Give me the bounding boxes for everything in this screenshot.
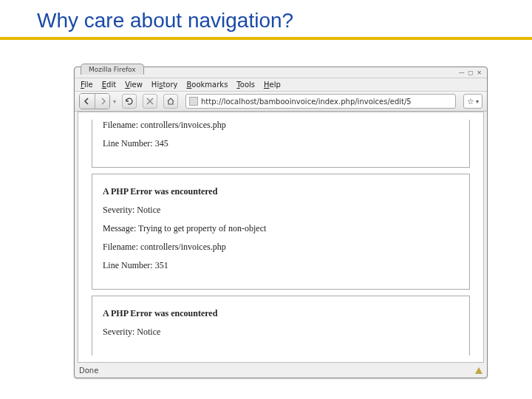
menu-help[interactable]: Help [264,81,281,89]
toolbar: ▾ http://localhost/bambooinvoice/index.p… [75,91,487,112]
stop-icon [146,98,154,105]
page-favicon-icon [189,97,198,106]
arrow-right-icon [99,98,106,105]
home-button[interactable] [163,94,178,109]
menu-tools[interactable]: Tools [236,81,255,89]
url-text: http://localhost/bambooinvoice/index.php… [201,98,412,106]
menu-bookmarks[interactable]: Bookmarks [186,81,228,89]
bookmark-button[interactable]: ☆ ▾ [463,94,482,109]
menu-file[interactable]: File [81,81,93,89]
error-line: Line Number: 351 [103,260,459,271]
browser-window: Mozilla Firefox — ▢ ✕ File Edit View His… [74,66,488,378]
menu-history[interactable]: History [151,81,178,89]
window-controls[interactable]: — ▢ ✕ [459,69,482,76]
arrow-left-icon [83,98,91,105]
window-title-tab: Mozilla Firefox [81,64,144,75]
error-block: Filename: controllers/invoices.php Line … [92,120,470,168]
error-severity: Severity: Notice [103,205,459,216]
back-button[interactable] [80,94,95,109]
menu-edit[interactable]: Edit [102,81,116,89]
error-block: A PHP Error was encountered Severity: No… [92,296,470,355]
error-filename: Filename: controllers/invoices.php [103,242,459,253]
error-heading: A PHP Error was encountered [103,308,459,319]
error-block: A PHP Error was encountered Severity: No… [92,174,470,290]
error-filename: Filename: controllers/invoices.php [103,120,459,131]
error-severity: Severity: Notice [103,327,459,338]
home-icon [166,97,175,106]
error-message: Message: Trying to get property of non-o… [103,223,459,234]
title-underline [0,37,532,40]
error-heading: A PHP Error was encountered [103,186,459,197]
menu-view[interactable]: View [125,81,143,89]
slide-title: Why care about navigation? [0,9,532,37]
page-content: Filename: controllers/invoices.php Line … [78,112,484,363]
menu-bar: File Edit View History Bookmarks Tools H… [75,78,487,91]
slide: Why care about navigation? Mozilla Firef… [0,0,532,399]
status-bar: Done [79,364,482,376]
nav-dropdown-icon[interactable]: ▾ [113,98,116,105]
star-icon: ☆ [467,97,474,106]
reload-icon [125,97,134,106]
reload-button[interactable] [122,94,137,109]
error-line: Line Number: 345 [103,138,459,149]
nav-button-group [79,93,110,109]
status-text: Done [79,366,98,375]
chevron-down-icon: ▾ [476,98,479,105]
address-bar[interactable]: http://localhost/bambooinvoice/index.php… [185,94,456,109]
stop-button[interactable] [143,94,157,109]
forward-button[interactable] [95,94,109,109]
warning-icon [475,367,482,374]
